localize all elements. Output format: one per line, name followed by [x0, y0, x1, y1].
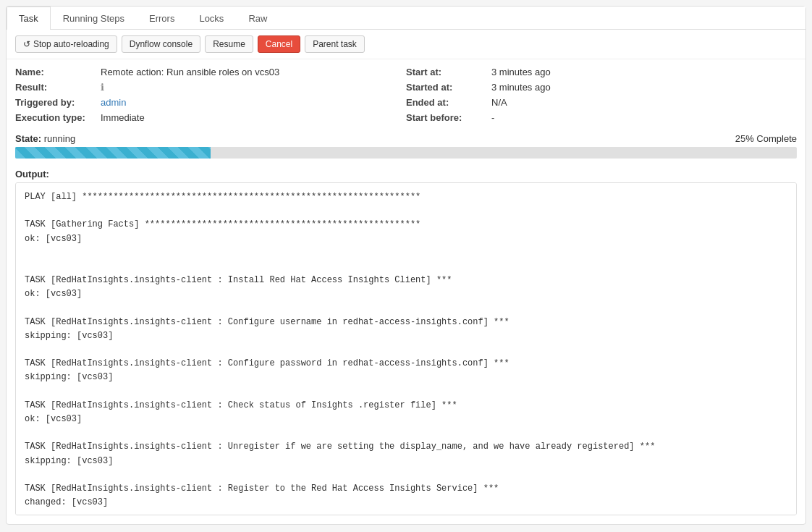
- reload-icon: ↺: [23, 39, 30, 49]
- toolbar: ↺ Stop auto-reloading Dynflow console Re…: [7, 30, 805, 59]
- result-row: Result: ℹ: [15, 82, 406, 93]
- ended-at-label: Ended at:: [406, 97, 486, 108]
- progress-bar-container: [15, 147, 797, 159]
- execution-value: Immediate: [101, 112, 145, 123]
- started-at-label: Started at:: [406, 82, 486, 93]
- started-at-value: 3 minutes ago: [491, 82, 551, 93]
- execution-row: Execution type: Immediate: [15, 112, 406, 123]
- start-before-value: -: [491, 112, 494, 123]
- result-info-icon: ℹ: [101, 82, 104, 93]
- name-label: Name:: [15, 67, 95, 77]
- stop-autoreload-button[interactable]: ↺ Stop auto-reloading: [15, 35, 117, 53]
- info-right-col: Start at: 3 minutes ago Started at: 3 mi…: [406, 67, 797, 123]
- name-row: Name: Remote action: Run ansible roles o…: [15, 67, 406, 77]
- started-at-row: Started at: 3 minutes ago: [406, 82, 797, 93]
- execution-label: Execution type:: [15, 112, 95, 123]
- tab-task[interactable]: Task: [7, 7, 51, 30]
- parent-task-button[interactable]: Parent task: [305, 35, 365, 53]
- main-container: Task Running Steps Errors Locks Raw ↺ St…: [6, 6, 806, 525]
- progress-fill: [15, 147, 211, 159]
- state-row: State: running 25% Complete: [7, 130, 805, 147]
- name-value: Remote action: Run ansible roles on vcs0…: [101, 67, 279, 77]
- output-box[interactable]: PLAY [all] *****************************…: [15, 182, 797, 515]
- start-before-row: Start before: -: [406, 112, 797, 123]
- info-grid: Name: Remote action: Run ansible roles o…: [7, 59, 805, 130]
- dynflow-console-button[interactable]: Dynflow console: [122, 35, 200, 53]
- triggered-label: Triggered by:: [15, 97, 95, 108]
- info-left-col: Name: Remote action: Run ansible roles o…: [15, 67, 406, 123]
- resume-button[interactable]: Resume: [205, 35, 253, 53]
- tab-raw[interactable]: Raw: [236, 7, 279, 30]
- triggered-value[interactable]: admin: [101, 97, 126, 108]
- tab-bar: Task Running Steps Errors Locks Raw: [7, 7, 805, 30]
- state-text: State: running: [15, 133, 75, 144]
- tab-errors[interactable]: Errors: [137, 7, 187, 30]
- start-at-label: Start at:: [406, 67, 486, 77]
- output-label: Output:: [7, 164, 805, 182]
- tab-running-steps[interactable]: Running Steps: [51, 7, 137, 30]
- result-label: Result:: [15, 82, 95, 93]
- ended-at-value: N/A: [491, 97, 507, 108]
- start-before-label: Start before:: [406, 112, 486, 123]
- triggered-row: Triggered by: admin: [15, 97, 406, 108]
- cancel-button[interactable]: Cancel: [258, 35, 300, 53]
- ended-at-row: Ended at: N/A: [406, 97, 797, 108]
- start-at-row: Start at: 3 minutes ago: [406, 67, 797, 77]
- complete-text: 25% Complete: [735, 133, 797, 144]
- start-at-value: 3 minutes ago: [491, 67, 551, 77]
- tab-locks[interactable]: Locks: [187, 7, 236, 30]
